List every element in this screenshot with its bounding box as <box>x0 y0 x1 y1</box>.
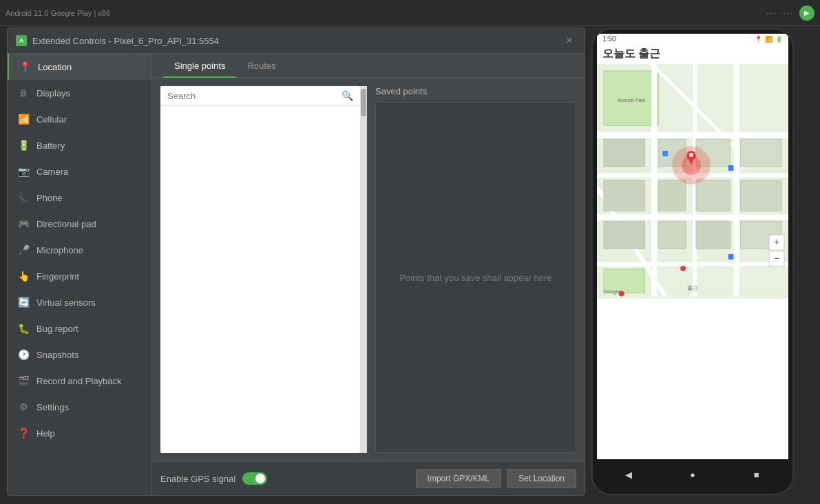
sidebar-icon-settings: ⚙ <box>17 401 30 413</box>
sidebar-item-phone[interactable]: 📞 Phone <box>8 185 151 211</box>
nav-home-button[interactable]: ● <box>684 466 701 483</box>
import-gpx-button[interactable]: Import GPX/KML <box>416 469 502 488</box>
sidebar-item-help[interactable]: ❓ Help <box>8 420 151 446</box>
sidebar-item-virtual-sensors[interactable]: 🔄 Virtual sensors <box>8 289 151 315</box>
nav-back-button[interactable]: ◀ <box>620 466 637 483</box>
sidebar-item-location[interactable]: 📍 Location <box>8 54 151 80</box>
tab-routes[interactable]: Routes <box>236 54 286 78</box>
sidebar-label-settings: Settings <box>36 402 69 412</box>
svg-text:Google: Google <box>604 289 620 295</box>
svg-text:+: + <box>774 236 779 247</box>
search-scrollbar[interactable] <box>360 86 367 453</box>
empty-hint: Points that you save shall appear here <box>399 273 551 283</box>
phone-wifi-icon: 📶 <box>765 36 772 43</box>
sidebar-label-displays: Displays <box>36 88 70 98</box>
title-bar-left: A Extended Controls - Pixel_6_Pro_API_31… <box>16 35 219 46</box>
sidebar-item-cellular[interactable]: 📶 Cellular <box>8 106 151 132</box>
search-panel: 🔍 <box>160 86 360 453</box>
sidebar-item-record-playback[interactable]: 🎬 Record and Playback <box>8 368 151 394</box>
svg-rect-39 <box>728 254 734 260</box>
sidebar-item-dpad[interactable]: 🎮 Directional pad <box>8 211 151 237</box>
left-panel-wrapper: 🔍 <box>160 86 367 453</box>
phone-frame: 1:50 📍 📶 🔋 오늘도 출근 Yeouido Park <box>591 28 795 496</box>
tabs-bar: Single pointsRoutes <box>152 54 585 78</box>
svg-rect-18 <box>604 180 645 211</box>
ide-dots: ··· <box>766 8 777 18</box>
svg-rect-19 <box>740 180 781 211</box>
sidebar-icon-battery: 🔋 <box>17 139 30 151</box>
svg-rect-16 <box>740 139 781 167</box>
dialog-app-icon: A <box>16 35 27 46</box>
content-area: 🔍 Saved points Points that you save shal… <box>152 78 585 461</box>
sidebar-icon-phone: 📞 <box>17 191 30 204</box>
search-input[interactable] <box>167 91 337 101</box>
sidebar-icon-snapshots: 🕐 <box>17 348 30 361</box>
svg-rect-7 <box>651 64 657 297</box>
sidebar-icon-virtual-sensors: 🔄 <box>17 296 30 308</box>
phone-status-bar: 1:50 📍 📶 🔋 <box>597 34 788 44</box>
bottom-bar: Enable GPS signal Import GPX/KML Set Loc… <box>152 461 585 495</box>
sidebar-icon-record-playback: 🎬 <box>17 375 30 387</box>
ide-title: Android 11.0 Google Play | x86 <box>6 9 110 17</box>
phone-location-icon: 📍 <box>755 36 762 43</box>
search-button[interactable]: 🔍 <box>341 90 353 101</box>
sidebar-icon-microphone: 🎤 <box>17 244 30 256</box>
sidebar-item-camera[interactable]: 📷 Camera <box>8 158 151 185</box>
sidebar-label-record-playback: Record and Playback <box>36 376 122 386</box>
sidebar-icon-fingerprint: 👆 <box>17 270 30 282</box>
sidebar-item-settings[interactable]: ⚙ Settings <box>8 394 151 420</box>
svg-rect-20 <box>658 221 686 249</box>
sidebar-icon-displays: 🖥 <box>17 87 30 99</box>
bottom-left: Enable GPS signal <box>160 472 267 485</box>
phone-nav-bar: ◀ ● ■ <box>597 459 788 490</box>
sidebar-label-microphone: Microphone <box>36 245 83 255</box>
sidebar-label-snapshots: Snapshots <box>36 350 78 360</box>
toggle-knob <box>255 474 265 483</box>
sidebar-item-snapshots[interactable]: 🕐 Snapshots <box>8 342 151 368</box>
sidebar-item-battery[interactable]: 🔋 Battery <box>8 132 151 158</box>
sidebar-label-phone: Phone <box>36 193 63 203</box>
set-location-button[interactable]: Set Location <box>507 469 576 488</box>
svg-text:Yeouido Park: Yeouido Park <box>617 98 646 103</box>
svg-rect-37 <box>728 165 734 171</box>
sidebar-icon-location: 📍 <box>19 61 31 73</box>
sidebar: 📍 Location 🖥 Displays 📶 Cellular 🔋 Batte… <box>8 54 152 495</box>
dialog-close-button[interactable]: × <box>563 34 576 48</box>
svg-rect-15 <box>696 180 730 211</box>
sidebar-label-camera: Camera <box>36 167 68 177</box>
sidebar-label-fingerprint: Fingerprint <box>36 271 79 282</box>
sidebar-icon-camera: 📷 <box>17 165 30 178</box>
run-button[interactable]: ▶ <box>799 6 814 21</box>
svg-text:−: − <box>774 253 779 264</box>
tab-single-points[interactable]: Single points <box>163 54 236 78</box>
svg-rect-21 <box>696 221 730 249</box>
sidebar-label-location: Location <box>38 62 72 72</box>
sidebar-label-help: Help <box>36 428 55 439</box>
phone-app-title: 오늘도 출근 <box>602 47 783 61</box>
saved-points-panel: Saved points Points that you save shall … <box>375 86 576 453</box>
gps-toggle[interactable] <box>242 472 267 485</box>
sidebar-label-virtual-sensors: Virtual sensors <box>36 297 96 308</box>
svg-rect-14 <box>658 180 686 211</box>
phone-time: 1:50 <box>602 35 616 43</box>
nav-recents-button[interactable]: ■ <box>748 466 765 483</box>
phone-app-bar: 오늘도 출근 <box>597 44 788 64</box>
map-svg: Yeouido Park <box>597 64 788 297</box>
sidebar-item-fingerprint[interactable]: 👆 Fingerprint <box>8 263 151 289</box>
sidebar-icon-help: ❓ <box>17 427 30 439</box>
map-area: Yeouido Park <box>597 64 788 299</box>
sidebar-label-bug-report: Bug report <box>36 324 78 334</box>
search-bar: 🔍 <box>160 86 360 106</box>
phone-status-icons: 📍 📶 🔋 <box>755 36 783 43</box>
sidebar-item-microphone[interactable]: 🎤 Microphone <box>8 237 151 263</box>
extended-controls-dialog: A Extended Controls - Pixel_6_Pro_API_31… <box>7 28 585 496</box>
svg-rect-17 <box>604 139 645 167</box>
sidebar-item-bug-report[interactable]: 🐛 Bug report <box>8 315 151 342</box>
bottom-right: Import GPX/KML Set Location <box>416 469 576 488</box>
sidebar-icon-bug-report: 🐛 <box>17 322 30 335</box>
sidebar-item-displays[interactable]: 🖥 Displays <box>8 80 151 106</box>
sidebar-icon-cellular: 📶 <box>17 113 30 125</box>
ide-top-bar: Android 11.0 Google Play | x86 ··· ··· ▶ <box>0 0 820 26</box>
ide-dots2: ··· <box>783 8 794 18</box>
saved-points-area: Points that you save shall appear here <box>375 102 576 453</box>
